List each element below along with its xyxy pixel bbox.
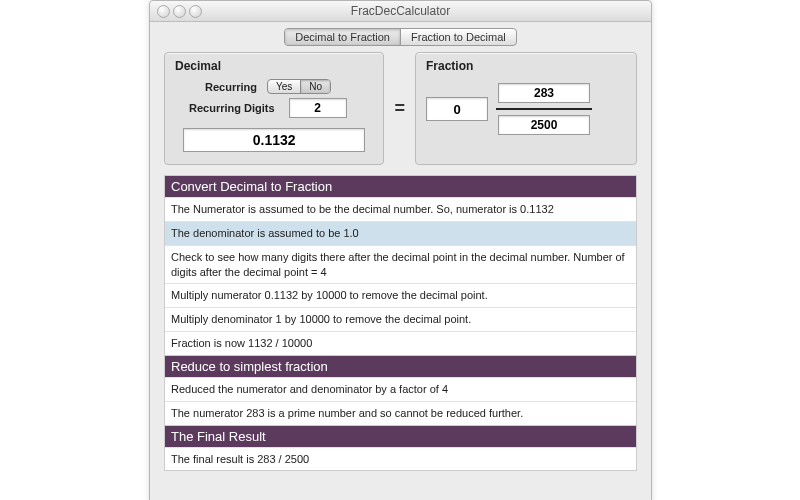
window-title: FracDecCalculator (351, 4, 450, 18)
section-heading-reduce: Reduce to simplest fraction (165, 355, 636, 377)
explanation-pane: Convert Decimal to Fraction The Numerato… (164, 175, 637, 471)
zoom-icon[interactable] (189, 5, 202, 18)
decimal-value-input[interactable] (183, 128, 365, 152)
app-window: FracDecCalculator Decimal to Fraction Fr… (149, 0, 652, 500)
section-heading-final: The Final Result (165, 425, 636, 447)
step-text: The Numerator is assumed to be the decim… (165, 197, 636, 221)
decimal-panel: Decimal Recurring Yes No Recurring Digit… (164, 52, 384, 165)
step-text: Reduced the numerator and denominator by… (165, 377, 636, 401)
mode-segmented-control[interactable]: Decimal to Fraction Fraction to Decimal (284, 28, 517, 46)
minimize-icon[interactable] (173, 5, 186, 18)
mode-tabbar: Decimal to Fraction Fraction to Decimal (150, 22, 651, 46)
titlebar: FracDecCalculator (150, 1, 651, 22)
fraction-panel: Fraction (415, 52, 637, 165)
recurring-label: Recurring (205, 81, 257, 93)
fraction-numerator-input[interactable] (498, 83, 590, 103)
step-text: The denominator is assumed to be 1.0 (165, 221, 636, 245)
recurring-digits-label: Recurring Digits (189, 102, 275, 114)
recurring-no[interactable]: No (300, 80, 330, 93)
step-text: Check to see how many digits there after… (165, 245, 636, 284)
close-icon[interactable] (157, 5, 170, 18)
tab-fraction-to-decimal[interactable]: Fraction to Decimal (400, 29, 516, 45)
step-text: The final result is 283 / 2500 (165, 447, 636, 471)
step-text: The numerator 283 is a prime number and … (165, 401, 636, 425)
fraction-bar (496, 108, 592, 110)
fraction-whole-input[interactable] (426, 97, 488, 121)
decimal-panel-title: Decimal (175, 59, 373, 73)
fraction-denominator-input[interactable] (498, 115, 590, 135)
step-text: Multiply denominator 1 by 10000 to remov… (165, 307, 636, 331)
recurring-yes[interactable]: Yes (268, 80, 300, 93)
tab-decimal-to-fraction[interactable]: Decimal to Fraction (285, 29, 400, 45)
recurring-toggle[interactable]: Yes No (267, 79, 331, 94)
equals-label: = (392, 52, 407, 165)
step-text: Fraction is now 1132 / 10000 (165, 331, 636, 355)
section-heading-convert: Convert Decimal to Fraction (165, 175, 636, 197)
fraction-panel-title: Fraction (426, 59, 626, 73)
step-text: Multiply numerator 0.1132 by 10000 to re… (165, 283, 636, 307)
recurring-digits-input[interactable] (289, 98, 347, 118)
